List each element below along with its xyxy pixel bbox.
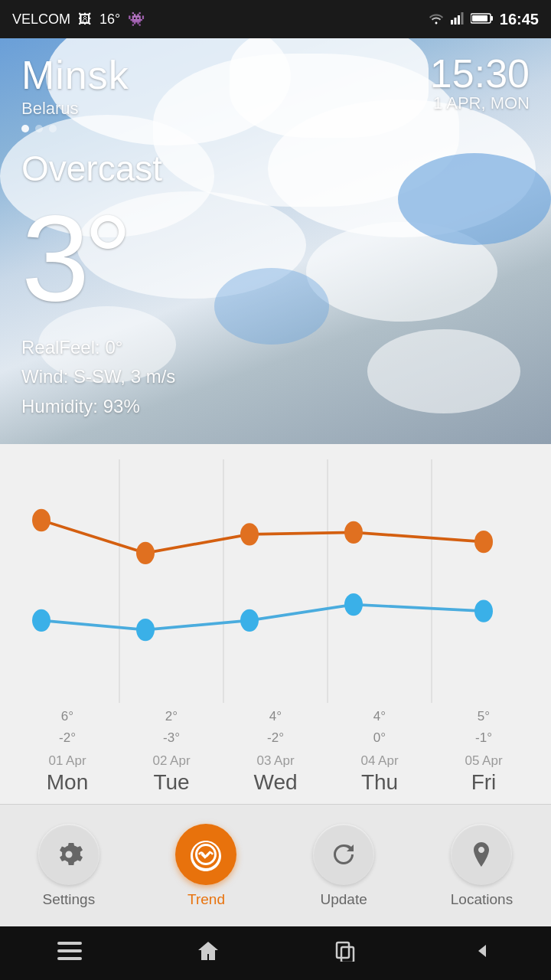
chart-container (0, 444, 551, 703)
trend-label: Trend (187, 891, 225, 908)
svg-rect-13 (57, 957, 82, 960)
date-wed: 03 Apr (256, 753, 294, 769)
settings-label: Settings (43, 891, 96, 908)
menu-button[interactable] (57, 941, 82, 965)
low-mon: -2° (59, 730, 76, 746)
locations-nav-button[interactable]: Locations (451, 824, 513, 908)
svg-rect-1 (454, 18, 456, 24)
temperature-display: 3° (21, 197, 530, 319)
battery-icon (471, 11, 494, 28)
low-dot-fri (474, 599, 493, 622)
bottom-nav: Settings Trend Update Locations (0, 804, 551, 926)
low-thu: 0° (373, 730, 386, 746)
settings-icon-wrap (38, 824, 99, 885)
name-mon: Mon (47, 770, 88, 795)
clock-display: 16:45 (500, 11, 539, 28)
high-mon: 6° (61, 709, 73, 724)
low-fri: -1° (475, 730, 492, 746)
svg-rect-12 (57, 949, 82, 952)
datetime-display: 15:30 1 APR, MON (430, 54, 530, 113)
high-fri: 5° (478, 709, 490, 724)
temp-indicator: 16° (99, 11, 120, 28)
svg-rect-0 (451, 20, 453, 24)
high-dot-mon (32, 509, 51, 531)
home-button[interactable] (197, 939, 220, 968)
name-tue: Tue (153, 770, 189, 795)
system-nav-bar (0, 926, 551, 980)
high-thu: 4° (373, 709, 386, 724)
gallery-icon: 🖼 (78, 11, 92, 28)
date-mon: 01 Apr (48, 753, 86, 769)
signal-icon (451, 11, 465, 28)
day-col-thu: 4° 0° 04 Apr Thu (328, 709, 432, 795)
settings-nav-button[interactable]: Settings (38, 824, 99, 908)
carrier-label: VELCOM (12, 11, 70, 28)
weather-details: RealFeel: 0° Wind: S-SW, 3 m/s Humidity:… (21, 333, 175, 421)
svg-rect-11 (57, 942, 82, 945)
android-icon: 👾 (128, 11, 145, 28)
wifi-icon (428, 11, 445, 28)
high-dot-wed (240, 523, 259, 545)
update-icon-wrap (313, 824, 374, 885)
date-tue: 02 Apr (152, 753, 190, 769)
day-col-mon: 6° -2° 01 Apr Mon (15, 709, 119, 795)
low-dot-mon (32, 609, 51, 632)
locations-icon (467, 840, 496, 869)
trend-chart (15, 459, 536, 703)
weather-condition: Overcast (21, 148, 530, 189)
trend-nav-button[interactable]: Trend (175, 824, 236, 908)
trend-icon (189, 838, 223, 871)
svg-rect-5 (491, 16, 493, 21)
svg-rect-3 (461, 12, 463, 24)
name-wed: Wed (253, 770, 297, 795)
dot-3 (49, 125, 57, 132)
wind-detail: Wind: S-SW, 3 m/s (21, 362, 175, 391)
svg-rect-15 (341, 947, 354, 962)
settings-icon (54, 840, 83, 869)
low-dot-wed (240, 609, 259, 632)
svg-rect-14 (337, 942, 349, 958)
low-dot-thu (344, 593, 363, 616)
date-fri: 05 Apr (465, 753, 502, 769)
weather-hero: Minsk Belarus 15:30 1 APR, MON Overcast … (0, 38, 551, 444)
days-row: 6° -2° 01 Apr Mon 2° -3° 02 Apr Tue 4° -… (0, 703, 551, 804)
high-dot-tue (136, 542, 155, 564)
locations-label: Locations (451, 891, 513, 908)
back-button[interactable] (471, 939, 494, 968)
day-col-fri: 5° -1° 05 Apr Fri (432, 709, 536, 795)
update-label: Update (321, 891, 367, 908)
trend-icon-wrap (175, 824, 236, 885)
update-icon (329, 840, 358, 869)
chart-section: 6° -2° 01 Apr Mon 2° -3° 02 Apr Tue 4° -… (0, 444, 551, 804)
recents-button[interactable] (334, 940, 356, 967)
date-thu: 04 Apr (360, 753, 398, 769)
high-wed: 4° (269, 709, 282, 724)
time-display: 15:30 (430, 54, 530, 93)
update-nav-button[interactable]: Update (313, 824, 374, 908)
realfeel-detail: RealFeel: 0° (21, 333, 175, 362)
dot-1 (21, 125, 29, 132)
status-bar: VELCOM 🖼 16° 👾 (0, 0, 551, 38)
name-fri: Fri (471, 770, 497, 795)
high-dot-fri (474, 531, 493, 553)
svg-rect-2 (458, 15, 460, 24)
day-col-tue: 2° -3° 02 Apr Tue (119, 709, 223, 795)
low-dot-tue (136, 619, 155, 641)
day-col-wed: 4° -2° 03 Apr Wed (223, 709, 328, 795)
locations-icon-wrap (451, 824, 512, 885)
humidity-detail: Humidity: 93% (21, 392, 175, 421)
date-display: 1 APR, MON (430, 93, 530, 113)
dot-2 (35, 125, 43, 132)
high-tue: 2° (165, 709, 178, 724)
low-wed: -2° (267, 730, 284, 746)
low-tue: -3° (163, 730, 180, 746)
svg-rect-6 (472, 15, 487, 21)
high-dot-thu (344, 521, 363, 544)
name-thu: Thu (361, 770, 398, 795)
